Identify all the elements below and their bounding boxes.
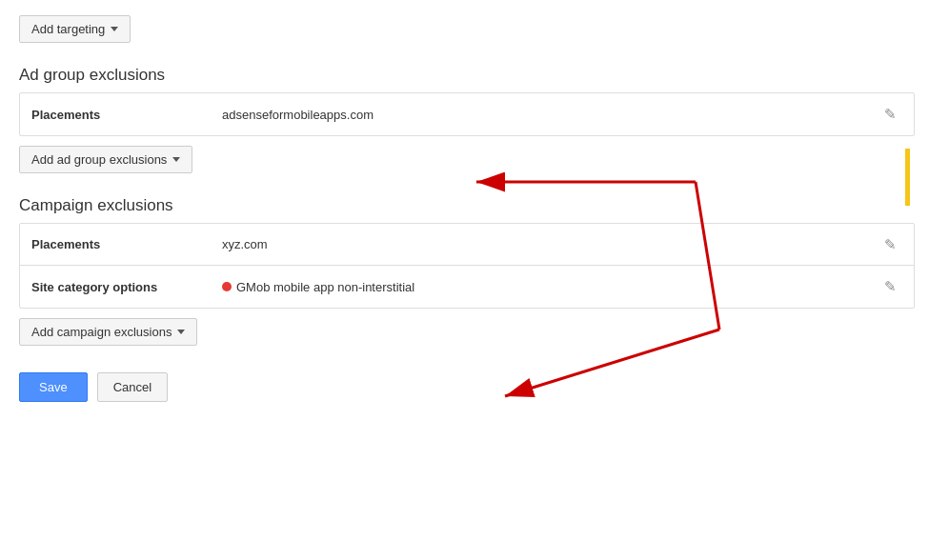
campaign-placements-edit-icon[interactable]: ✎ [879,234,902,255]
campaign-placements-value: xyz.com [222,237,879,251]
site-category-options-label: Site category options [31,280,222,294]
campaign-exclusions-table: Placements xyz.com ✎ Site category optio… [19,223,915,309]
add-ad-group-exclusions-button[interactable]: Add ad group exclusions [19,146,192,173]
site-category-options-edit-icon[interactable]: ✎ [879,276,902,297]
add-targeting-button[interactable]: Add targeting [19,15,131,43]
add-ad-group-exclusions-chevron-icon [172,157,180,162]
ad-group-placements-row: Placements adsenseformobileapps.com ✎ [20,93,914,135]
campaign-exclusions-heading: Campaign exclusions [19,196,910,215]
ad-group-exclusions-table: Placements adsenseformobileapps.com ✎ [19,92,915,136]
ad-group-placements-label: Placements [31,108,222,122]
add-campaign-exclusions-button[interactable]: Add campaign exclusions [19,318,197,346]
ad-group-placements-edit-icon[interactable]: ✎ [879,104,902,125]
ad-group-placements-value: adsenseformobileapps.com [222,108,879,122]
site-category-options-row: Site category options GMob mobile app no… [20,266,914,308]
add-campaign-exclusions-chevron-icon [177,330,185,334]
add-ad-group-exclusions-label: Add ad group exclusions [31,152,167,167]
action-buttons: Save Cancel [19,372,910,402]
add-campaign-exclusions-label: Add campaign exclusions [31,325,172,339]
red-dot-icon [222,282,232,291]
add-targeting-label: Add targeting [31,22,105,36]
yellow-accent [905,149,910,206]
campaign-placements-label: Placements [31,237,222,251]
cancel-button[interactable]: Cancel [97,372,168,402]
add-targeting-chevron-icon [111,27,118,31]
ad-group-exclusions-heading: Ad group exclusions [19,66,910,85]
campaign-placements-row: Placements xyz.com ✎ [20,224,914,266]
site-category-options-value: GMob mobile app non-interstitial [222,280,879,294]
save-button[interactable]: Save [19,372,88,402]
